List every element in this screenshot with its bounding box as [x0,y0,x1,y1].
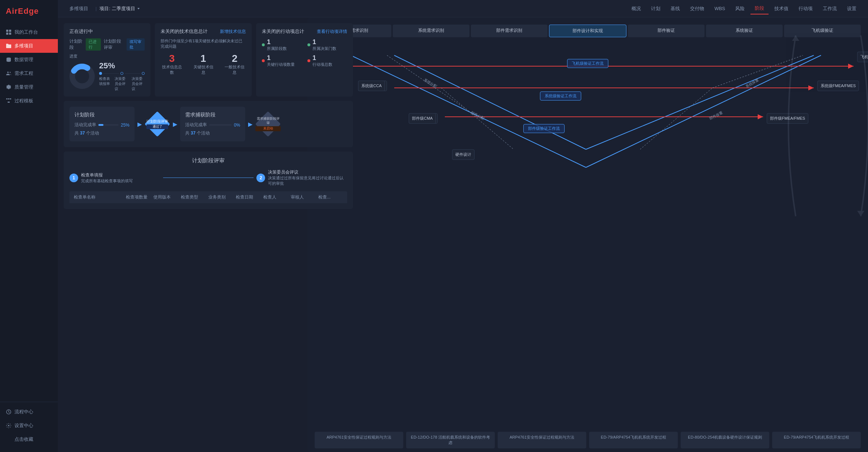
tech-normal-label: 一般技术信息 [223,64,246,75]
logo-text: AirEdge [6,7,39,16]
step-title-1: 检查单填报 [81,172,133,178]
dot-green [262,43,265,46]
v-col-2: 系统需求识别 [393,25,469,37]
milestone-dot [99,72,102,75]
nav-multi-project[interactable]: 多维项目 [65,3,93,14]
standard-1: ED-12/DO-178 活航机载系统和设备的软件考虑 [406,432,495,448]
tab-tech[interactable]: 技术值 [770,3,793,14]
v-col-5: 部件验证 [628,25,705,37]
sidebar-item-data[interactable]: 数据管理 [0,53,58,67]
cross-label-2: 部件分配 [470,110,485,121]
cross-label-1: 系统分配 [423,77,438,89]
sidebar-item-requirements[interactable]: 需求工程 [0,67,58,80]
svg-marker-25 [758,114,763,119]
milestone-line [125,73,140,74]
col-biz: 业务类别 [208,194,233,200]
tab-wbs[interactable]: WBS [710,4,729,13]
svg-rect-8 [8,98,9,99]
nav-separator: | [95,6,97,11]
nav-project-label: 项目: 二季度项目 [99,5,140,12]
action-link[interactable]: 查看行动项详情 [317,29,347,35]
phase-plan-title: 计划阶段 [75,112,129,118]
main-content: 多维项目 | 项目: 二季度项目 概况 计划 基线 交付物 WBS 风险 阶段 … [58,0,868,452]
tech-stats: 3 技术信息总数 1 关键技术信息 2 一般技术信息 [161,53,246,75]
svg-rect-0 [6,30,8,32]
page-area: 正在进行中 计划阶段 已进行 计划阶段评审 填写审批 进度 [58,17,868,452]
steps-row: 1 检查单填报 完成所有基础检查事项的填写 2 决策委员会评议 决策通过过所 [69,169,347,186]
sidebar-item-label: 流程中心 [14,409,33,415]
tab-phase[interactable]: 阶段 [750,3,769,14]
phase-progress-bar [98,124,119,126]
phase-progress-row-2: 活动完成率 0% [185,122,240,128]
sidebar-item-projects[interactable]: 多维项目 [0,39,58,53]
sidebar-item-process[interactable]: 过程模板 [0,94,58,108]
grid-icon [6,29,12,35]
phase-activity-label-2: 活动完成率 [185,122,207,128]
tech-link[interactable]: 新增技术信息 [220,29,246,35]
table-header: 检查单名称 检查项数量 使用版本 检查类型 业务类别 检查日期 检查人 审核人 … [69,191,347,203]
milestone-dot-empty [142,72,145,75]
review-link[interactable]: 填写审批 [127,38,145,51]
svg-marker-24 [808,85,814,90]
tab-overview[interactable]: 概况 [627,3,645,14]
svg-rect-10 [8,102,10,103]
people-icon [6,71,12,76]
col-name: 检查单名称 [74,194,123,200]
progress-pct: 25% [99,61,145,71]
settings-icon [6,423,12,428]
tab-plan[interactable]: 计划 [647,3,665,14]
tab-risk[interactable]: 风险 [731,3,749,14]
logo: AirEdge [0,0,58,22]
action-title: 未关闭的行动项总计 [262,28,304,35]
phase-req-title: 需求捕获阶段 [185,112,240,118]
step-title-2: 决策委员会评议 [268,169,347,175]
folder-icon [6,43,12,49]
sidebar-item-process-center[interactable]: 流程中心 [0,405,58,419]
sidebar-item-bookmarks[interactable]: 点击收藏 [0,432,58,446]
step-1: 1 检查单填报 完成所有基础检查事项的填写 [69,172,160,184]
sidebar-item-label: 点击收藏 [14,436,33,443]
col-inspector: 检查人 [263,194,288,200]
milestone-line [103,73,119,74]
tab-workflow[interactable]: 工作流 [818,3,841,14]
svg-line-17 [586,55,821,167]
phase-diamond-req: 需求捕获阶段评审 未启动 [255,111,281,137]
vbox-comp-cma: 部件级CMA [409,113,436,124]
process-icon [6,409,12,415]
tab-action[interactable]: 行动项 [794,3,817,14]
vbox-aircraft-cca-r: 飞机级CCA [857,52,868,62]
sidebar-item-workbench[interactable]: 我的工作台 [0,25,58,39]
checklist-card: 计划阶段评审 1 检查单填报 完成所有基础检查事项的填写 2 [64,152,353,209]
tab-deliverables[interactable]: 交付物 [686,3,709,14]
step-2: 2 决策委员会评议 决策通过过所有保留意见将过讨论通过后认可的审批 [256,169,347,186]
step-info-1: 检查单填报 完成所有基础检查事项的填写 [81,172,133,184]
svg-point-6 [10,72,11,73]
v-col-4: 部件设计和实现 [549,25,626,37]
workflow-label-comp: 部件级验证工作流 [523,124,565,133]
standards-row: ARP4761安全性保证过程规则与方法 ED-12/DO-178 活航机载系统和… [315,432,861,448]
workflow-label-system: 系统级验证工作流 [540,91,581,101]
tech-total-label: 技术信息总数 [161,64,183,75]
standard-0: ARP4761安全性保证过程规则与方法 [315,432,403,448]
vbox-system-cca: 系统级CCA [358,81,385,91]
tech-key-label: 关键技术信息 [192,64,215,75]
sidebar-item-quality[interactable]: 质量管理 [0,80,58,94]
cards-row: 正在进行中 计划阶段 已进行 计划阶段评审 填写审批 进度 [64,23,353,97]
sidebar-item-label: 过程模板 [14,98,33,104]
phase-pct-2: 0% [234,123,240,128]
sidebar-item-settings[interactable]: 设置中心 [0,419,58,432]
v-diagram-svg [315,44,861,290]
col-type: 检查类型 [181,194,205,200]
step-num-2: 2 [256,174,265,182]
svg-rect-1 [9,30,11,32]
tab-settings[interactable]: 设置 [843,3,861,14]
status-badge: 已进行 [86,38,101,51]
standard-3: ED-79/ARP4754飞机机系统开发过程 [589,432,678,448]
sub-label-3: 决策委员会评议 [132,76,145,91]
tab-base[interactable]: 基线 [666,3,684,14]
svg-line-16 [394,55,586,149]
svg-rect-2 [6,33,8,35]
tech-key: 1 关键技术信息 [192,53,215,75]
status-card: 正在进行中 计划阶段 已进行 计划阶段评审 填写审批 进度 [64,23,150,97]
phase-progress-fill [98,124,103,126]
